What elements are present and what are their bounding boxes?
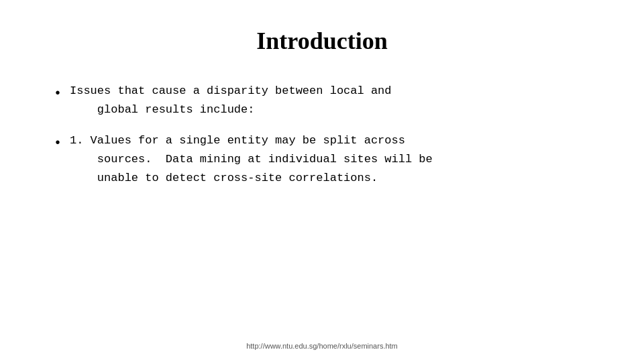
bullet-text-2: 1. Values for a single entity may be spl… [70, 131, 433, 188]
bullet-item-1: • Issues that cause a disparity between … [54, 82, 604, 119]
bullet-dot-1: • [54, 83, 62, 105]
slide-title: Introduction [40, 27, 604, 55]
slide-content: • Issues that cause a disparity between … [54, 82, 604, 188]
footer: http://www.ntu.edu.sg/home/rxlu/seminars… [0, 342, 644, 350]
slide: Introduction • Issues that cause a dispa… [0, 0, 644, 362]
bullet-list: • Issues that cause a disparity between … [54, 82, 604, 188]
bullet-dot-2: • [54, 133, 62, 154]
bullet-text-1: Issues that cause a disparity between lo… [70, 82, 391, 119]
bullet-item-2: • 1. Values for a single entity may be s… [54, 131, 604, 188]
